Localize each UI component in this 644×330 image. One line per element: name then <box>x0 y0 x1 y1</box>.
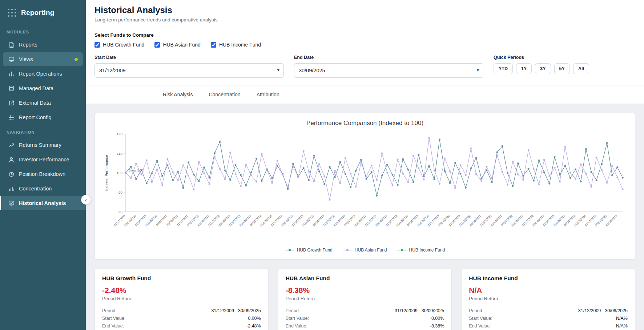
legend-label: HUB Income Fund <box>409 248 445 253</box>
period-return-value: -2.48% <box>102 286 261 295</box>
svg-text:120: 120 <box>117 132 123 136</box>
sidebar-item-label: Concentration <box>19 186 52 192</box>
user-icon <box>8 156 15 163</box>
summary-row-period: Period: 31/12/2009 - 30/09/2025 <box>286 307 444 315</box>
quick-period-ytd-button[interactable]: YTD <box>494 63 513 74</box>
row-value: 31/12/2009 - 30/09/2025 <box>578 308 628 313</box>
legend-marker <box>285 248 294 252</box>
app-logo: Reporting <box>0 5 86 25</box>
sidebar-item-investor-performance[interactable]: Investor Performance <box>3 153 83 166</box>
navigation-section-label: NAVIGATION <box>0 125 86 137</box>
views-status-dot <box>75 58 78 61</box>
database-icon <box>8 85 15 92</box>
legend-item-hub-asian-fund[interactable]: HUB Asian Fund <box>343 248 387 253</box>
svg-text:Indexed Performance: Indexed Performance <box>105 155 109 191</box>
start-date-select[interactable]: 31/12/2009 <box>94 63 284 78</box>
legend-marker <box>343 248 352 252</box>
summary-row-end-value: End Value: N/A% <box>469 322 628 330</box>
fund-name: HUB Asian Fund <box>286 275 444 282</box>
bar-chart-icon <box>8 71 15 77</box>
tab-risk-analysis[interactable]: Risk Analysis <box>163 92 193 97</box>
quick-periods-field: Quick Periods YTD 1Y 3Y 5Y All <box>494 55 635 78</box>
sidebar-item-label: Report Config <box>19 114 51 120</box>
summary-row-start-value: Start Value: 0.00% <box>286 315 444 322</box>
sidebar-item-label: Managed Data <box>19 85 53 91</box>
row-value: 31/12/2009 - 30/09/2025 <box>395 308 444 313</box>
brand-icon <box>7 7 17 18</box>
quick-period-5y-button[interactable]: 5Y <box>554 63 570 74</box>
fund-checkbox-growth[interactable]: HUB Growth Fund <box>94 42 144 48</box>
row-label: Period: <box>469 308 483 313</box>
monitor-icon <box>8 56 15 63</box>
end-date-field: End Date 30/09/2025 ▾ <box>294 55 483 78</box>
row-value: -2.48% <box>246 323 261 329</box>
period-return-label: Period Return <box>469 296 628 301</box>
external-link-icon <box>8 100 15 106</box>
fund-checkbox-label: HUB Income Fund <box>219 42 261 48</box>
date-filter-row: Start Date 31/12/2009 ▾ End Date 30/09/2… <box>94 55 635 78</box>
quick-period-buttons: YTD 1Y 3Y 5Y All <box>494 63 635 74</box>
summary-row-end-value: End Value: -2.48% <box>102 322 261 330</box>
row-value: 31/12/2009 - 30/09/2025 <box>211 308 261 313</box>
sidebar-item-external-data[interactable]: External Data <box>3 96 83 110</box>
row-value: N/A% <box>616 323 628 329</box>
performance-chart-card: Performance Comparison (Indexed to 100) … <box>94 113 635 259</box>
clock-pie-icon <box>8 171 15 177</box>
sidebar-item-report-operations[interactable]: Report Operations <box>3 67 83 81</box>
quick-period-3y-button[interactable]: 3Y <box>535 63 551 74</box>
summary-row-period: Period: 31/12/2009 - 30/09/2025 <box>469 307 628 315</box>
sidebar-item-label: Reports <box>19 42 37 48</box>
summary-row-start-value: Start Value: 0.00% <box>102 315 261 322</box>
fund-name: HUB Growth Fund <box>102 275 261 282</box>
legend-item-hub-growth-fund[interactable]: HUB Growth Fund <box>285 248 333 253</box>
period-return-label: Period Return <box>102 296 261 301</box>
legend-label: HUB Growth Fund <box>297 248 333 253</box>
tab-concentration[interactable]: Concentration <box>209 92 240 97</box>
row-label: Start Value: <box>469 316 492 321</box>
summary-row-start-value: Start Value: N/A% <box>469 315 628 322</box>
sidebar-item-report-config[interactable]: Report Config <box>3 110 83 124</box>
legend-label: HUB Asian Fund <box>355 248 387 253</box>
sidebar-item-historical-analysis[interactable]: Historical Analysis <box>0 196 86 210</box>
period-return-value: N/A <box>469 286 628 295</box>
sidebar-item-reports[interactable]: Reports <box>3 38 83 52</box>
sidebar-collapse-button[interactable]: ‹ <box>81 195 91 205</box>
summary-row-period: Period: 31/12/2009 - 30/09/2025 <box>102 307 261 315</box>
row-value: N/A% <box>616 316 628 321</box>
row-value: 0.00% <box>431 316 444 321</box>
row-label: Period: <box>102 308 117 313</box>
sidebar-item-returns-summary[interactable]: Returns Summary <box>3 138 83 152</box>
end-date-select[interactable]: 30/09/2025 <box>294 63 483 78</box>
sidebar-item-position-breakdown[interactable]: Position Breakdown <box>3 167 83 181</box>
sidebar-item-label: Position Breakdown <box>19 171 65 177</box>
sidebar-item-label: Views <box>19 56 33 62</box>
sliders-icon <box>8 114 15 121</box>
summary-row-end-value: End Value: -8.38% <box>286 322 444 330</box>
quick-period-all-button[interactable]: All <box>573 63 589 74</box>
sidebar: Reporting MODULES Reports Views Report O… <box>0 0 86 330</box>
svg-text:90: 90 <box>118 190 122 194</box>
summary-card-income-fund: HUB Income Fund N/A Period Return Period… <box>461 268 635 330</box>
income-fund-checkbox-input[interactable] <box>211 42 216 48</box>
main-content: Historical Analysis Long-term performanc… <box>86 0 644 330</box>
content-area: Performance Comparison (Indexed to 100) … <box>86 104 644 330</box>
brand-name: Reporting <box>21 9 55 17</box>
chart-bars-icon <box>8 185 15 192</box>
fund-summary-cards: HUB Growth Fund -2.48% Period Return Per… <box>94 268 635 330</box>
growth-fund-checkbox-input[interactable] <box>94 42 100 48</box>
sidebar-item-managed-data[interactable]: Managed Data <box>3 81 83 95</box>
asian-fund-checkbox-input[interactable] <box>154 42 160 48</box>
fund-checkbox-asian[interactable]: HUB Asian Fund <box>154 42 201 48</box>
fund-checkbox-label: HUB Growth Fund <box>103 42 144 48</box>
sidebar-item-views[interactable]: Views <box>3 52 83 66</box>
trending-up-icon <box>8 142 15 148</box>
tab-attribution[interactable]: Attribution <box>257 92 279 97</box>
modules-section-label: MODULES <box>0 25 86 37</box>
legend-item-hub-income-fund[interactable]: HUB Income Fund <box>397 248 445 253</box>
summary-card-asian-fund: HUB Asian Fund -8.38% Period Return Peri… <box>278 268 452 330</box>
page-title: Historical Analysis <box>94 5 635 15</box>
sidebar-item-concentration[interactable]: Concentration <box>3 182 83 196</box>
fund-checkbox-income[interactable]: HUB Income Fund <box>211 42 261 48</box>
quick-period-1y-button[interactable]: 1Y <box>516 63 532 74</box>
sidebar-item-label: Investor Performance <box>19 157 69 162</box>
